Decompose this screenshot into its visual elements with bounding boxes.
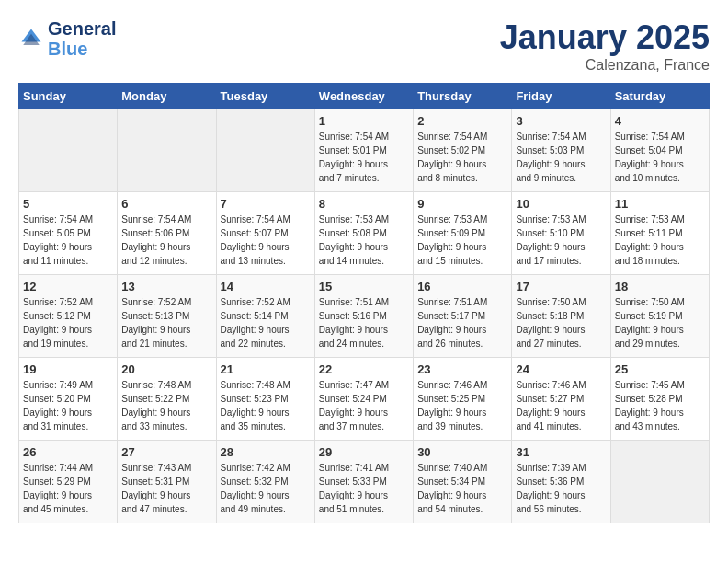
day-number: 9 [417,197,507,211]
day-info: Sunrise: 7:51 AM Sunset: 5:16 PM Dayligh… [319,295,409,350]
day-header-wednesday: Wednesday [314,84,413,109]
calendar-cell: 16Sunrise: 7:51 AM Sunset: 5:17 PM Dayli… [414,275,512,358]
day-number: 2 [417,114,507,128]
calendar-cell: 24Sunrise: 7:46 AM Sunset: 5:27 PM Dayli… [512,358,610,441]
logo-icon [18,26,44,52]
week-row-4: 19Sunrise: 7:49 AM Sunset: 5:20 PM Dayli… [19,358,710,441]
day-number: 24 [516,362,606,376]
day-info: Sunrise: 7:52 AM Sunset: 5:12 PM Dayligh… [23,295,113,350]
logo-line1: General [48,18,116,39]
day-info: Sunrise: 7:44 AM Sunset: 5:29 PM Dayligh… [23,461,113,516]
day-info: Sunrise: 7:54 AM Sunset: 5:05 PM Dayligh… [23,213,113,268]
calendar-cell: 18Sunrise: 7:50 AM Sunset: 5:19 PM Dayli… [610,275,709,358]
day-info: Sunrise: 7:42 AM Sunset: 5:32 PM Dayligh… [221,461,311,516]
logo-line2: Blue [48,39,116,59]
calendar-cell: 6Sunrise: 7:54 AM Sunset: 5:06 PM Daylig… [118,192,216,275]
day-info: Sunrise: 7:54 AM Sunset: 5:03 PM Dayligh… [516,130,606,185]
day-header-saturday: Saturday [610,84,709,109]
day-number: 14 [221,280,311,293]
calendar-cell: 5Sunrise: 7:54 AM Sunset: 5:05 PM Daylig… [19,192,118,275]
calendar-cell: 15Sunrise: 7:51 AM Sunset: 5:16 PM Dayli… [314,275,413,358]
day-info: Sunrise: 7:46 AM Sunset: 5:27 PM Dayligh… [516,378,606,433]
calendar-cell: 25Sunrise: 7:45 AM Sunset: 5:28 PM Dayli… [610,358,709,441]
day-info: Sunrise: 7:53 AM Sunset: 5:10 PM Dayligh… [516,213,606,268]
calendar-cell: 21Sunrise: 7:48 AM Sunset: 5:23 PM Dayli… [216,358,314,441]
day-info: Sunrise: 7:45 AM Sunset: 5:28 PM Dayligh… [615,378,705,433]
day-info: Sunrise: 7:52 AM Sunset: 5:14 PM Dayligh… [221,295,311,350]
day-number: 6 [121,197,211,211]
day-number: 20 [121,362,211,376]
calendar-cell: 1Sunrise: 7:54 AM Sunset: 5:01 PM Daylig… [314,109,413,192]
calendar-cell: 8Sunrise: 7:53 AM Sunset: 5:08 PM Daylig… [314,192,413,275]
location-subtitle: Calenzana, France [500,57,710,74]
day-number: 30 [417,445,507,459]
calendar-cell: 29Sunrise: 7:41 AM Sunset: 5:33 PM Dayli… [314,441,413,523]
day-info: Sunrise: 7:48 AM Sunset: 5:23 PM Dayligh… [221,378,311,433]
day-number: 17 [516,280,606,293]
day-number: 5 [23,197,113,211]
day-number: 3 [516,114,606,128]
day-number: 18 [615,280,705,293]
day-number: 7 [221,197,311,211]
day-number: 1 [319,114,409,128]
calendar-cell: 31Sunrise: 7:39 AM Sunset: 5:36 PM Dayli… [512,441,610,523]
day-number: 4 [615,114,705,128]
day-header-sunday: Sunday [19,84,118,109]
day-info: Sunrise: 7:53 AM Sunset: 5:11 PM Dayligh… [615,213,705,268]
day-number: 28 [221,445,311,459]
week-row-1: 1Sunrise: 7:54 AM Sunset: 5:01 PM Daylig… [19,109,710,192]
day-info: Sunrise: 7:53 AM Sunset: 5:09 PM Dayligh… [417,213,507,268]
day-info: Sunrise: 7:50 AM Sunset: 5:18 PM Dayligh… [516,295,606,350]
day-info: Sunrise: 7:40 AM Sunset: 5:34 PM Dayligh… [417,461,507,516]
day-header-thursday: Thursday [414,84,512,109]
day-info: Sunrise: 7:46 AM Sunset: 5:25 PM Dayligh… [417,378,507,433]
calendar-cell: 17Sunrise: 7:50 AM Sunset: 5:18 PM Dayli… [512,275,610,358]
calendar-cell: 14Sunrise: 7:52 AM Sunset: 5:14 PM Dayli… [216,275,314,358]
week-row-2: 5Sunrise: 7:54 AM Sunset: 5:05 PM Daylig… [19,192,710,275]
calendar-cell: 7Sunrise: 7:54 AM Sunset: 5:07 PM Daylig… [216,192,314,275]
calendar-cell: 13Sunrise: 7:52 AM Sunset: 5:13 PM Dayli… [118,275,216,358]
calendar-cell: 4Sunrise: 7:54 AM Sunset: 5:04 PM Daylig… [610,109,709,192]
calendar-cell [610,441,709,523]
day-info: Sunrise: 7:53 AM Sunset: 5:08 PM Dayligh… [319,213,409,268]
day-info: Sunrise: 7:54 AM Sunset: 5:02 PM Dayligh… [417,130,507,185]
day-number: 29 [319,445,409,459]
week-row-5: 26Sunrise: 7:44 AM Sunset: 5:29 PM Dayli… [19,441,710,523]
day-info: Sunrise: 7:39 AM Sunset: 5:36 PM Dayligh… [516,461,606,516]
calendar-cell: 3Sunrise: 7:54 AM Sunset: 5:03 PM Daylig… [512,109,610,192]
title-block: January 2025 Calenzana, France [500,18,710,74]
day-number: 22 [319,362,409,376]
day-number: 31 [516,445,606,459]
day-info: Sunrise: 7:41 AM Sunset: 5:33 PM Dayligh… [319,461,409,516]
day-info: Sunrise: 7:54 AM Sunset: 5:04 PM Dayligh… [615,130,705,185]
calendar-cell [19,109,118,192]
day-number: 11 [615,197,705,211]
calendar-cell: 2Sunrise: 7:54 AM Sunset: 5:02 PM Daylig… [414,109,512,192]
calendar-cell: 27Sunrise: 7:43 AM Sunset: 5:31 PM Dayli… [118,441,216,523]
calendar-cell: 10Sunrise: 7:53 AM Sunset: 5:10 PM Dayli… [512,192,610,275]
day-info: Sunrise: 7:54 AM Sunset: 5:06 PM Dayligh… [121,213,211,268]
calendar-table: SundayMondayTuesdayWednesdayThursdayFrid… [18,83,710,523]
day-number: 15 [319,280,409,293]
day-number: 13 [121,280,211,293]
day-info: Sunrise: 7:50 AM Sunset: 5:19 PM Dayligh… [615,295,705,350]
day-info: Sunrise: 7:43 AM Sunset: 5:31 PM Dayligh… [121,461,211,516]
calendar-cell: 28Sunrise: 7:42 AM Sunset: 5:32 PM Dayli… [216,441,314,523]
day-number: 8 [319,197,409,211]
calendar-cell: 19Sunrise: 7:49 AM Sunset: 5:20 PM Dayli… [19,358,118,441]
day-header-friday: Friday [512,84,610,109]
calendar-cell: 30Sunrise: 7:40 AM Sunset: 5:34 PM Dayli… [414,441,512,523]
day-number: 12 [23,280,113,293]
calendar-cell: 11Sunrise: 7:53 AM Sunset: 5:11 PM Dayli… [610,192,709,275]
calendar-cell: 9Sunrise: 7:53 AM Sunset: 5:09 PM Daylig… [414,192,512,275]
day-info: Sunrise: 7:52 AM Sunset: 5:13 PM Dayligh… [121,295,211,350]
logo: General Blue [18,18,116,59]
day-info: Sunrise: 7:51 AM Sunset: 5:17 PM Dayligh… [417,295,507,350]
day-header-tuesday: Tuesday [216,84,314,109]
day-number: 27 [121,445,211,459]
day-number: 19 [23,362,113,376]
calendar-cell: 23Sunrise: 7:46 AM Sunset: 5:25 PM Dayli… [414,358,512,441]
day-number: 16 [417,280,507,293]
page-header: General Blue January 2025 Calenzana, Fra… [18,18,710,74]
calendar-cell: 12Sunrise: 7:52 AM Sunset: 5:12 PM Dayli… [19,275,118,358]
